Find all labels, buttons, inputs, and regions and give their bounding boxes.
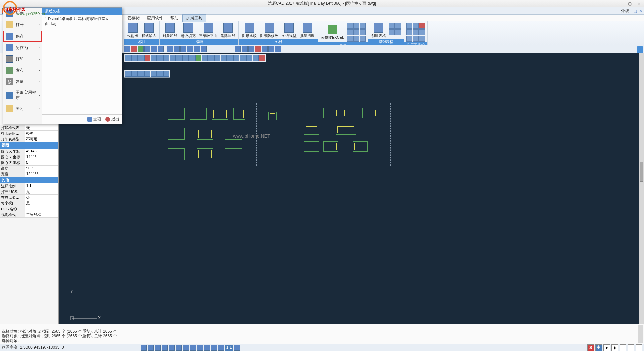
tk-sm-2[interactable] [413,23,419,29]
menu-help[interactable]: 帮助 [167,15,182,22]
menu-cloud[interactable]: 云存储 [124,15,143,22]
menu-ext[interactable]: 扩展工具 [182,14,206,22]
status-osnap-icon[interactable] [169,345,175,351]
ft-icon[interactable] [163,55,169,61]
status-icon[interactable] [204,345,210,351]
tk-sm-8[interactable] [413,36,419,42]
status-icon[interactable] [234,345,240,351]
ft-icon[interactable] [125,55,131,61]
tb-icon[interactable] [144,46,150,52]
tb-icon[interactable] [241,46,248,52]
ribbon-overkill[interactable]: 消除重线 [219,22,237,39]
ime-width-icon[interactable]: ◗ [611,344,618,351]
ft-icon[interactable] [246,55,252,61]
tb-icon[interactable] [235,46,241,52]
minimize-button[interactable]: — [617,1,624,6]
file-save[interactable]: 保存 [3,31,42,42]
ft-icon[interactable] [240,55,246,61]
cmd-handle[interactable] [1,324,7,344]
status-snap-icon[interactable] [141,345,147,351]
tb-icon[interactable] [167,46,173,52]
table-sm-1[interactable] [347,23,353,29]
tb-icon[interactable] [158,46,164,52]
tb-icon[interactable] [174,46,180,52]
ft-icon[interactable] [259,55,265,61]
ft-icon[interactable] [233,55,239,61]
close-button[interactable]: ✕ [636,1,642,6]
ft-icon[interactable] [214,55,220,61]
ft-icon[interactable] [221,55,227,61]
ribbon-superfill[interactable]: 超级填充 [179,22,197,39]
et-sm-1[interactable] [389,23,395,29]
ft-icon[interactable] [202,55,208,61]
ft-icon[interactable] [253,55,259,61]
exit-button[interactable]: 退出 [105,116,119,122]
ft-icon[interactable] [138,71,144,77]
help-restore-icon[interactable]: ▢ [633,9,637,13]
ft-icon[interactable] [131,55,138,61]
ft-icon[interactable] [189,55,195,61]
status-scale[interactable]: 1:1 [225,345,233,351]
ime-tool-icon[interactable] [636,344,642,351]
ribbon-compare[interactable]: 图形比较 [240,22,258,39]
ime-punct-icon[interactable]: ● [603,344,610,351]
table-sm-7[interactable] [347,36,353,42]
help-close-icon[interactable]: ✕ [639,9,642,13]
file-open[interactable]: 打开▸ [3,19,42,31]
lock-icon[interactable] [637,46,643,53]
status-lw-icon[interactable] [190,345,196,351]
ft-icon[interactable] [227,55,233,61]
ft-icon[interactable] [176,55,182,61]
file-publish[interactable]: 发布▸ [3,65,42,76]
ft-icon[interactable] [163,71,169,77]
maximize-button[interactable]: ▢ [626,1,633,6]
ribbon-linetype[interactable]: 图纸线型 [280,22,298,39]
status-polar-icon[interactable] [162,345,168,351]
ft-icon[interactable] [157,55,163,61]
file-send[interactable]: @发送▸ [3,76,42,87]
table-sm-5[interactable] [353,29,359,35]
ribbon-style-out[interactable]: 式输出 [126,22,140,39]
ft-icon[interactable] [144,55,150,61]
ribbon-break[interactable]: 对象断线 [161,22,179,39]
tk-sm-4[interactable] [406,29,412,35]
table-sm-6[interactable] [360,29,366,35]
ime-keyboard-icon[interactable] [620,344,626,351]
menu-app[interactable]: 应用软件 [144,15,166,22]
ime-settings-icon[interactable] [628,344,634,351]
ime-sogou-icon[interactable]: S [587,344,594,351]
table-sm-8[interactable] [353,36,359,42]
ft-icon[interactable] [125,71,131,77]
status-icon[interactable] [211,345,217,351]
ft-icon[interactable] [151,55,157,61]
ft-icon[interactable] [157,71,163,77]
ft-icon[interactable] [144,71,150,77]
tb-icon[interactable] [201,46,207,52]
file-utilities[interactable]: 图形实用程序▸ [3,87,42,103]
ribbon-3dto2d[interactable]: 三维转平面 [198,22,219,39]
tb-icon[interactable] [180,46,186,52]
ribbon-protect[interactable]: 图纸防修改 [259,22,280,39]
table-sm-9[interactable] [360,36,366,42]
command-line[interactable]: 选择对象: 指定对角点: 找到 2665 个 (2665 个重复), 总计 26… [0,324,644,344]
status-ortho-icon[interactable] [155,345,161,351]
canvas-scrollbar-v[interactable] [639,53,644,325]
tk-sm-9[interactable] [419,36,425,42]
tk-sm-6[interactable] [419,29,425,35]
tb-icon[interactable] [262,46,268,52]
status-otrack-icon[interactable] [176,345,182,351]
table-sm-3[interactable] [360,23,366,29]
status-icon[interactable] [218,345,224,351]
ribbon-style-in[interactable]: 样式输入 [140,22,158,39]
tb-icon[interactable] [151,46,157,52]
tb-icon[interactable] [275,46,281,52]
help-min-icon[interactable]: — [627,9,631,13]
tb-icon[interactable] [131,46,137,52]
status-dyn-icon[interactable] [183,345,189,351]
tb-icon[interactable] [187,46,193,52]
ft-icon[interactable] [131,71,138,77]
et-sm-3[interactable] [389,29,395,35]
et-sm-4[interactable] [395,29,401,35]
tk-sm-7[interactable] [406,36,412,42]
tb-icon[interactable] [124,46,130,52]
